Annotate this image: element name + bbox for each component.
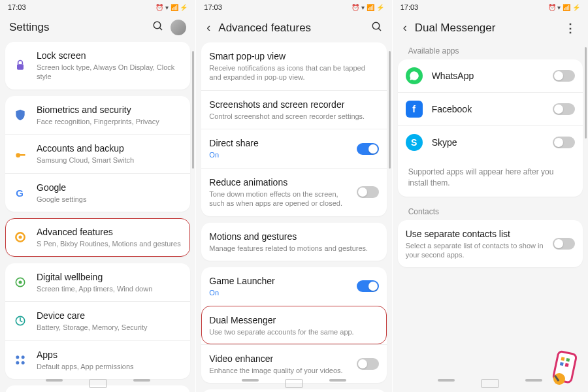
header: ‹ Dual Messenger ⋮ (393, 14, 588, 42)
toggle-whatsapp[interactable] (553, 70, 575, 82)
item-sub: On (209, 150, 347, 159)
svg-point-25 (553, 373, 565, 385)
toggle-game-launcher[interactable] (357, 280, 379, 292)
item-sub: Face recognition, Fingerprints, Privacy (37, 117, 182, 126)
whatsapp-icon (406, 67, 423, 84)
svg-rect-21 (561, 357, 564, 361)
item-reduce-animations[interactable]: Reduce animationsTone down motion effect… (201, 168, 386, 216)
item-title: Screenshots and screen recorder (209, 99, 378, 110)
status-time: 17:03 (8, 3, 26, 11)
item-motions-gestures[interactable]: Motions and gesturesManage features rela… (201, 223, 386, 261)
settings-item-apps[interactable]: AppsDefault apps, App permissions (5, 340, 190, 379)
more-icon[interactable]: ⋮ (562, 21, 579, 35)
settings-item-digital-wellbeing[interactable]: Digital wellbeingScreen time, App timers… (5, 263, 190, 301)
item-title: Device care (37, 310, 182, 321)
toggle-video-enhancer[interactable] (357, 358, 379, 370)
search-icon[interactable] (371, 21, 383, 35)
device-care-icon (13, 314, 27, 328)
apps-icon (13, 353, 27, 367)
app-name: WhatsApp (432, 70, 544, 82)
android-navbar[interactable] (0, 379, 195, 388)
status-icons: ⏰ ▾ 📶 ⚡ (548, 4, 580, 11)
facebook-icon: f (406, 101, 423, 118)
item-title: Apps (37, 349, 182, 361)
svg-point-14 (22, 361, 25, 365)
item-sub: Use two separate accounts for the same a… (209, 327, 378, 336)
item-title: Biometrics and security (37, 104, 182, 116)
search-icon[interactable] (152, 20, 164, 35)
android-navbar[interactable] (196, 379, 391, 388)
settings-list: Lock screenScreen lock type, Always On D… (0, 42, 195, 392)
avatar[interactable] (171, 20, 186, 35)
svg-point-13 (16, 361, 19, 365)
item-dual-messenger[interactable]: Dual MessengerUse two separate accounts … (201, 306, 386, 344)
svg-line-1 (160, 27, 163, 30)
svg-point-9 (19, 280, 22, 284)
back-icon[interactable]: ‹ (402, 20, 408, 36)
item-sub: Manage features related to motions and g… (209, 244, 378, 253)
svg-point-3 (16, 153, 20, 157)
item-sub: Enhance the image quality of your videos… (209, 366, 347, 375)
svg-text:G: G (16, 188, 24, 199)
key-icon (13, 147, 27, 161)
item-game-launcher[interactable]: Game LauncherOn (201, 267, 386, 305)
status-icons: ⏰ ▾ 📶 ⚡ (351, 4, 384, 11)
app-row-facebook[interactable]: f Facebook (398, 92, 583, 125)
settings-item-advanced-features[interactable]: Advanced featuresS Pen, Bixby Routines, … (5, 218, 190, 256)
shield-icon (13, 108, 27, 122)
google-icon: G (13, 186, 27, 200)
gear-icon (13, 230, 27, 244)
hint-text: Supported apps will appear here after yo… (398, 159, 583, 197)
item-title: Smart pop-up view (209, 50, 378, 62)
toggle-direct-share[interactable] (357, 143, 379, 155)
item-sub: Battery, Storage, Memory, Security (37, 323, 182, 332)
settings-item-device-care[interactable]: Device careBattery, Storage, Memory, Sec… (5, 301, 190, 340)
section-available-apps: Available apps (398, 42, 583, 59)
item-direct-share[interactable]: Direct shareOn (201, 129, 386, 167)
item-send-sos[interactable]: Send SOS messagesOff (201, 389, 386, 392)
item-screenshots[interactable]: Screenshots and screen recorderControl s… (201, 90, 386, 129)
app-row-skype[interactable]: S Skype (398, 125, 583, 159)
svg-rect-2 (17, 65, 24, 70)
back-icon[interactable]: ‹ (205, 20, 212, 36)
svg-point-18 (372, 22, 380, 29)
status-bar: 17:03 ⏰ ▾ 📶 ⚡ (393, 0, 588, 14)
wellbeing-icon (13, 275, 27, 289)
advanced-list: Smart pop-up viewReceive notifications a… (196, 42, 391, 392)
toggle-separate-contacts[interactable] (553, 238, 575, 250)
app-name: Facebook (432, 103, 544, 115)
item-separate-contacts[interactable]: Use separate contacts listSelect a separ… (398, 220, 583, 268)
settings-item-lock-screen[interactable]: Lock screenScreen lock type, Always On D… (5, 42, 190, 90)
item-smart-popup[interactable]: Smart pop-up viewReceive notifications a… (201, 42, 386, 90)
svg-point-7 (19, 236, 22, 239)
settings-item-accounts[interactable]: Accounts and backupSamsung Cloud, Smart … (5, 134, 190, 172)
item-video-enhancer[interactable]: Video enhancerEnhance the image quality … (201, 344, 386, 383)
item-sub: Default apps, App permissions (37, 362, 182, 371)
item-sub: Samsung Cloud, Smart Switch (37, 155, 182, 165)
item-title: Motions and gestures (209, 231, 378, 242)
watermark-logo (546, 349, 585, 388)
app-row-whatsapp[interactable]: WhatsApp (398, 59, 583, 92)
section-contacts: Contacts (398, 203, 583, 220)
status-bar: 17:03 ⏰ ▾ 📶 ⚡ (0, 0, 195, 14)
settings-item-google[interactable]: G GoogleGoogle settings (5, 173, 190, 212)
item-sub: Control screenshot and screen recorder s… (209, 112, 378, 121)
toggle-skype[interactable] (553, 137, 575, 148)
skype-icon: S (406, 134, 423, 151)
app-name: Skype (432, 137, 544, 148)
svg-point-0 (154, 22, 161, 29)
item-sub: S Pen, Bixby Routines, Motions and gestu… (37, 239, 182, 248)
settings-item-biometrics[interactable]: Biometrics and securityFace recognition,… (5, 96, 190, 134)
svg-rect-4 (20, 154, 25, 156)
item-sub: Select a separate list of contacts to sh… (406, 241, 544, 260)
item-title: Video enhancer (209, 353, 347, 365)
item-title: Direct share (209, 137, 347, 149)
item-sub: On (209, 288, 347, 297)
page-title: Settings (9, 21, 146, 34)
phone-settings: 17:03 ⏰ ▾ 📶 ⚡ Settings Lock screenScreen… (0, 0, 195, 392)
lock-icon (13, 58, 27, 73)
toggle-reduce-animations[interactable] (357, 186, 379, 198)
item-sub: Screen time, App timers, Wind down (37, 284, 182, 293)
toggle-facebook[interactable] (553, 103, 575, 115)
item-title: Lock screen (37, 50, 182, 61)
